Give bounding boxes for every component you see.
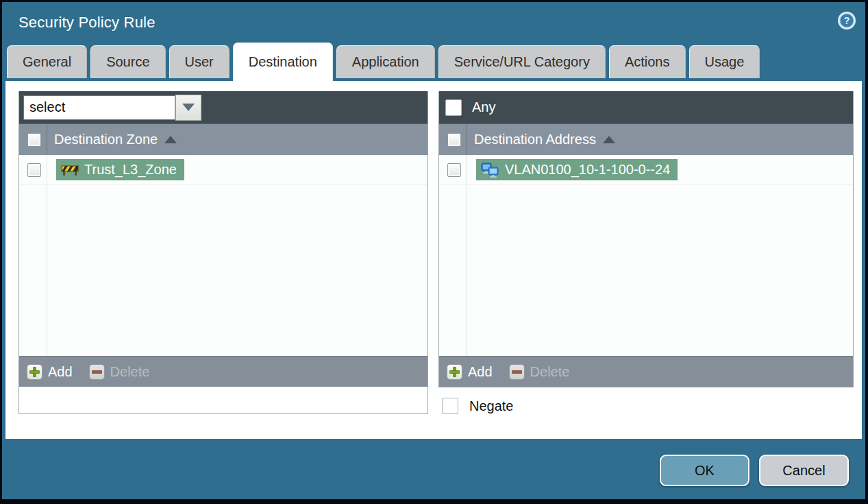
destination-zone-panel: Destination Zone [18,91,428,414]
zone-row-checkbox[interactable] [27,163,41,177]
negate-checkbox[interactable] [442,398,458,414]
tab-source[interactable]: Source [90,45,165,78]
zone-select-input[interactable] [23,95,175,120]
plus-icon [27,364,42,380]
tab-general[interactable]: General [7,45,87,78]
zone-column-header[interactable]: Destination Zone [54,132,158,147]
delete-zone-button[interactable]: Delete [89,364,150,380]
any-label: Any [472,99,495,115]
dialog-title: Security Policy Rule [18,14,156,32]
security-policy-rule-dialog: Security Policy Rule ? General Source Us… [0,0,868,504]
tab-application[interactable]: Application [336,45,435,78]
zone-panel-toolbar [19,91,427,123]
zone-value-chip[interactable]: Trust_L3_Zone [56,159,184,180]
zone-column-header-row: Destination Zone [19,123,427,155]
address-select-all-checkbox[interactable] [447,133,461,147]
add-address-label: Add [468,364,493,380]
dialog-titlebar: Security Policy Rule ? [2,2,865,43]
add-zone-button[interactable]: Add [27,364,73,380]
zone-select-dropdown-button[interactable] [175,95,201,121]
minus-icon [509,364,525,380]
negate-row: Negate [438,398,854,414]
zone-panel-footer: Add Delete [19,356,427,387]
delete-address-button[interactable]: Delete [509,364,570,380]
zone-icon [61,163,79,177]
destination-address-column: Any Destination Address [438,91,854,414]
address-value-label: VLAN0100_10-1-100-0--24 [505,162,670,178]
minus-icon [89,364,105,380]
svg-text:?: ? [844,15,850,26]
dialog-content: Destination Zone [5,81,862,439]
sort-ascending-icon [164,136,177,143]
table-row[interactable]: Trust_L3_Zone [19,155,427,185]
help-icon[interactable]: ? [837,11,856,30]
zone-value-label: Trust_L3_Zone [84,162,177,178]
add-address-button[interactable]: Add [447,364,493,380]
ok-button[interactable]: OK [660,455,749,486]
zone-table-body: Trust_L3_Zone [19,155,427,356]
add-zone-label: Add [48,364,73,380]
tab-destination[interactable]: Destination [233,43,333,81]
address-icon [481,163,499,178]
tab-service-url-category[interactable]: Service/URL Category [438,45,606,78]
negate-label: Negate [469,398,514,414]
zone-select-all-checkbox[interactable] [27,133,41,147]
address-panel-toolbar: Any [439,91,853,123]
address-column-header-row: Destination Address [439,123,853,155]
sort-ascending-icon [603,136,615,143]
address-panel-footer: Add Delete [439,356,853,387]
delete-address-label: Delete [530,364,570,380]
delete-zone-label: Delete [110,364,150,380]
address-table-body: VLAN0100_10-1-100-0--24 [439,155,853,356]
address-row-checkbox[interactable] [447,163,461,177]
tab-bar: General Source User Destination Applicat… [2,43,865,81]
destination-address-panel: Any Destination Address [438,91,854,387]
plus-icon [447,364,462,380]
tab-usage[interactable]: Usage [689,45,760,78]
cancel-button[interactable]: Cancel [759,455,849,486]
table-row[interactable]: VLAN0100_10-1-100-0--24 [439,155,853,185]
tab-user[interactable]: User [169,45,230,78]
dialog-button-row: OK Cancel [660,455,849,486]
tab-actions[interactable]: Actions [609,45,686,78]
any-checkbox[interactable] [445,99,462,116]
address-column-header[interactable]: Destination Address [474,132,596,147]
chevron-down-icon [182,104,195,111]
address-value-chip[interactable]: VLAN0100_10-1-100-0--24 [476,159,678,180]
